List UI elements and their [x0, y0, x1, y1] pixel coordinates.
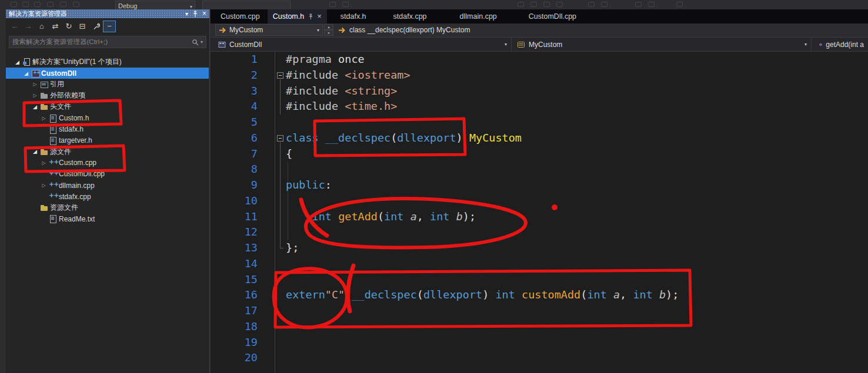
tab-close-icon[interactable]: ×: [317, 14, 322, 19]
toolbar-icon[interactable]: [342, 2, 349, 7]
toolbar-icon[interactable]: [329, 2, 336, 7]
pin-icon: [192, 11, 198, 18]
platform-combo[interactable]: [202, 1, 291, 9]
tree-item-Custom.cpp[interactable]: ▷Custom.cpp: [6, 157, 209, 169]
toolbar-icon[interactable]: [73, 2, 79, 7]
collapse-all-button[interactable]: ⊟: [76, 21, 89, 32]
line-number: 9: [211, 177, 258, 193]
refresh-button[interactable]: ↻: [62, 21, 75, 32]
h-file-icon: [48, 114, 58, 123]
tree-item-资源文件[interactable]: 资源文件: [6, 202, 209, 213]
forward-button[interactable]: →: [22, 21, 35, 32]
code-line-6: class __declspec(dllexport) MyCustom: [286, 130, 868, 146]
tree-item-解决方案"UnityDll"(1 个项目)[interactable]: ◢解决方案"UnityDll"(1 个项目): [6, 56, 209, 68]
debug-configuration-label: Debug: [118, 2, 137, 9]
fold-box-includes[interactable]: [277, 72, 283, 79]
definition-combo[interactable]: class __declspec(dllexport) MyCustom: [338, 24, 470, 36]
toolbar-icon[interactable]: [47, 2, 54, 7]
toolbar-icon[interactable]: [60, 2, 66, 7]
tree-item-引用[interactable]: ▷引用: [6, 79, 209, 90]
toolbar-icon[interactable]: [22, 2, 29, 7]
pin-button[interactable]: [192, 11, 198, 18]
collapsed-arrow-icon[interactable]: ▷: [31, 93, 39, 98]
tab-stdafx.h[interactable]: stdafx.h: [335, 9, 372, 23]
collapsed-arrow-icon[interactable]: ▷: [39, 183, 48, 188]
toolbar-icon[interactable]: [601, 2, 607, 7]
tab-CustomDll.cpp[interactable]: CustomDll.cpp: [523, 9, 582, 23]
line-number: 17: [211, 303, 258, 319]
back-button[interactable]: ←: [8, 21, 21, 32]
toolbar-icon[interactable]: [518, 2, 524, 7]
home-button[interactable]: ⌂: [35, 21, 48, 32]
tab-Custom.cpp[interactable]: Custom.cpp: [215, 9, 265, 23]
sync-with-active-document-button[interactable]: ⇄: [49, 21, 62, 32]
member-combo[interactable]: getAdd(int a: [815, 38, 868, 51]
tree-item-外部依赖项[interactable]: ▷外部依赖项: [6, 90, 209, 101]
code-line-5: [286, 115, 868, 130]
properties-wrench-button[interactable]: [89, 21, 102, 32]
context-combo[interactable]: MyCustom ▾: [215, 24, 323, 36]
code-text: #pragma once#include <iostream>#include …: [286, 52, 868, 366]
preview-selected-items-button[interactable]: −: [103, 21, 116, 32]
collapsed-arrow-icon[interactable]: ▷: [39, 116, 48, 121]
tree-item-stdafx.cpp[interactable]: stdafx.cpp: [6, 191, 209, 202]
line-number: 18: [211, 319, 258, 335]
expanded-arrow-icon[interactable]: ◢: [13, 59, 22, 65]
tree-item-头文件[interactable]: ◢头文件: [6, 101, 209, 112]
method-icon: [819, 41, 822, 48]
line-number: 1: [211, 52, 258, 68]
code-line-17: [286, 303, 868, 319]
spin-down-button[interactable]: ▼: [324, 30, 333, 36]
tab-Custom.h[interactable]: Custom.h×: [268, 9, 327, 23]
collapsed-arrow-icon[interactable]: ▷: [31, 82, 39, 87]
toolbar-icon[interactable]: [543, 2, 550, 7]
code-line-4: #include <time.h>: [286, 99, 868, 115]
toolbar-icon[interactable]: [635, 2, 642, 7]
toolbar-icon[interactable]: [676, 2, 683, 7]
outlining-margin: [277, 52, 285, 373]
tree-item-ReadMe.txt[interactable]: ReadMe.txt: [6, 213, 209, 224]
project-combo[interactable]: CustomDll ▾: [214, 38, 512, 51]
toolbar-icon[interactable]: [588, 2, 595, 7]
tab-dllmain.cpp[interactable]: dllmain.cpp: [455, 9, 502, 23]
code-line-12: [286, 224, 868, 240]
fold-box-class[interactable]: [277, 135, 283, 142]
code-line-2: #include <iostream>: [286, 68, 868, 83]
toolbar-icon[interactable]: [556, 2, 563, 7]
document-tab-bar: Custom.cppCustom.h×stdafx.hstdafx.cppdll…: [211, 9, 868, 23]
line-number: 3: [211, 83, 258, 99]
line-number: 4: [211, 99, 258, 115]
close-button[interactable]: ×: [202, 9, 206, 18]
pin-icon[interactable]: [308, 14, 313, 20]
tree-item-stdafx.h[interactable]: stdafx.h: [6, 124, 209, 135]
tree-item-CustomDll[interactable]: ◢CustomDll: [6, 68, 209, 79]
toolbar-icon[interactable]: [530, 2, 537, 7]
tree-item-CustomDll.cpp[interactable]: CustomDll.cpp: [6, 169, 209, 180]
tree-item-dllmain.cpp[interactable]: ▷dllmain.cpp: [6, 180, 209, 191]
debug-configuration-combo[interactable]: Debug ▾: [115, 1, 195, 9]
line-number-gutter: 1234567891011121314151617181920: [211, 52, 258, 366]
window-position-button[interactable]: ▾: [185, 9, 188, 18]
tree-item-label: 源文件: [50, 147, 71, 157]
h-file-icon: [48, 125, 58, 134]
tree-item-源文件[interactable]: ◢源文件: [6, 146, 209, 157]
search-box[interactable]: 搜索解决方案资源管理器(Ctrl+;) ▾: [9, 36, 206, 48]
expanded-arrow-icon[interactable]: ◢: [22, 70, 31, 76]
collapsed-arrow-icon[interactable]: ▷: [39, 160, 48, 166]
line-number: 8: [211, 162, 258, 177]
spin-up-button[interactable]: ▲: [324, 24, 333, 30]
solution-explorer-titlebar[interactable]: 解决方案资源管理器 ▾ ×: [6, 9, 209, 18]
tree-item-Custom.h[interactable]: ▷Custom.h: [6, 112, 209, 123]
type-combo[interactable]: MyCustom ▾: [513, 38, 812, 51]
tree-item-label: 资源文件: [50, 203, 78, 213]
chevron-down-icon: ▾: [804, 42, 807, 47]
tree-item-targetver.h[interactable]: targetver.h: [6, 135, 209, 146]
expanded-arrow-icon[interactable]: ◢: [31, 104, 39, 110]
toolbar-icon[interactable]: [11, 2, 17, 7]
code-editor[interactable]: 1234567891011121314151617181920 #pragma …: [211, 52, 868, 373]
toolbar-icon[interactable]: [34, 2, 41, 7]
toolbar-icon[interactable]: [648, 2, 655, 7]
solution-explorer-panel: 解决方案资源管理器 ▾ × ← → ⌂ ⇄ ↻ ⊟ − 搜索解决方案资源管理器(…: [6, 9, 210, 373]
expanded-arrow-icon[interactable]: ◢: [31, 149, 39, 154]
tab-stdafx.cpp[interactable]: stdafx.cpp: [388, 9, 432, 23]
